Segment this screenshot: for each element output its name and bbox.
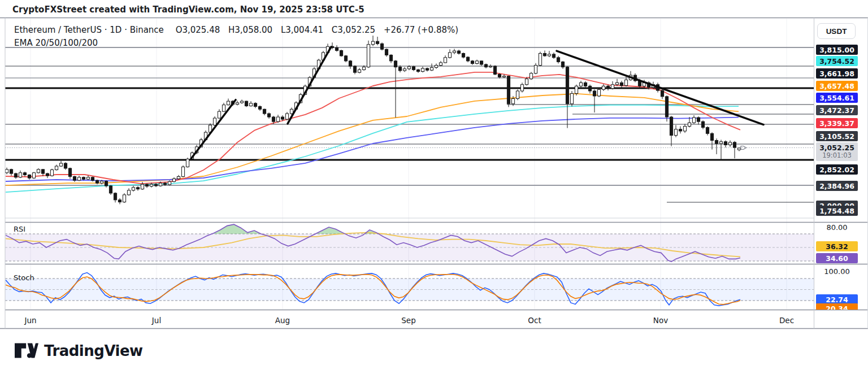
bar-countdown: 19:01:03 — [822, 152, 852, 159]
stoch-d-axis-label[interactable]: 20.34 — [816, 303, 858, 310]
rsi-pane[interactable] — [5, 224, 814, 262]
price-pane[interactable] — [5, 36, 814, 218]
rsi-pane-label[interactable]: RSI — [14, 225, 25, 233]
tradingview-logo[interactable]: TradingView — [15, 341, 143, 360]
price-axis-label[interactable]: 3,339.37 — [816, 118, 858, 128]
currency-toggle-button[interactable]: USDT — [817, 23, 856, 39]
price-axis-label[interactable]: 2,384.96 — [816, 181, 858, 191]
time-axis-label-nov[interactable]: Nov — [653, 316, 668, 325]
time-axis-label-jul[interactable]: Jul — [152, 316, 161, 325]
ema50-line[interactable] — [6, 118, 739, 181]
ohlc-high: H3,058.00 — [228, 25, 272, 35]
time-axis-label-oct[interactable]: Oct — [528, 316, 541, 325]
stoch-axis-label[interactable]: 100.00 — [816, 266, 858, 276]
price-axis-label[interactable]: 2,852.02 — [816, 164, 858, 175]
chart-canvas[interactable] — [0, 0, 868, 374]
tradingview-chart-page: CryptoFXStreet created with TradingView.… — [0, 0, 868, 374]
time-axis-label-jun[interactable]: Jun — [24, 316, 36, 325]
price-axis-label[interactable]: 3,105.52 — [816, 131, 858, 141]
price-axis-label[interactable]: 3,472.37 — [816, 105, 858, 115]
last-price-arrow-icon — [741, 146, 747, 150]
price-axis-label[interactable]: 1,754.48 — [816, 206, 858, 216]
stoch-pane-label[interactable]: Stoch — [14, 273, 34, 282]
stoch-d-axis-label-text: 20.34 — [816, 303, 858, 310]
ohlc-close: C3,052.25 — [332, 25, 375, 35]
trendline[interactable] — [288, 47, 331, 124]
tradingview-logo-text: TradingView — [44, 342, 143, 359]
current-price-value: 3,052.25 — [819, 144, 854, 152]
stoch-pane[interactable] — [5, 273, 814, 306]
price-axis-label[interactable]: 3,754.52 — [816, 56, 858, 66]
tradingview-logo-icon — [15, 341, 38, 360]
ema-indicator-legend[interactable]: EMA 20/50/100/200 — [14, 38, 98, 48]
ema100-line[interactable] — [6, 94, 739, 185]
time-axis-label-aug[interactable]: Aug — [275, 316, 290, 325]
price-axis-label[interactable]: 3,815.00 — [816, 45, 858, 55]
watermark-text: CryptoFXStreet created with TradingView.… — [12, 5, 364, 15]
current-price-label[interactable]: 3,052.2519:01:03 — [816, 142, 858, 161]
rsi-axis-label[interactable]: 36.32 — [816, 241, 858, 251]
price-axis-label[interactable]: 3,661.98 — [816, 68, 858, 79]
ohlc-open: O3,025.48 — [176, 25, 220, 35]
ohlc-change: +26.77 (+0.88%) — [384, 25, 458, 35]
price-axis-label[interactable]: 3,554.61 — [816, 93, 858, 103]
price-axis-label[interactable]: 3,657.48 — [816, 81, 858, 91]
ohlc-low: L3,004.41 — [281, 25, 323, 35]
rsi-axis-label[interactable]: 34.60 — [816, 253, 858, 263]
time-axis-label-sep[interactable]: Sep — [401, 316, 415, 325]
chart-legend[interactable]: Ethereum / TetherUS · 1D · Binance O3,02… — [14, 25, 464, 35]
rsi-axis-label[interactable]: 80.00 — [816, 222, 858, 232]
symbol-title: Ethereum / TetherUS · 1D · Binance — [14, 25, 164, 35]
time-axis-label-dec[interactable]: Dec — [779, 316, 794, 325]
